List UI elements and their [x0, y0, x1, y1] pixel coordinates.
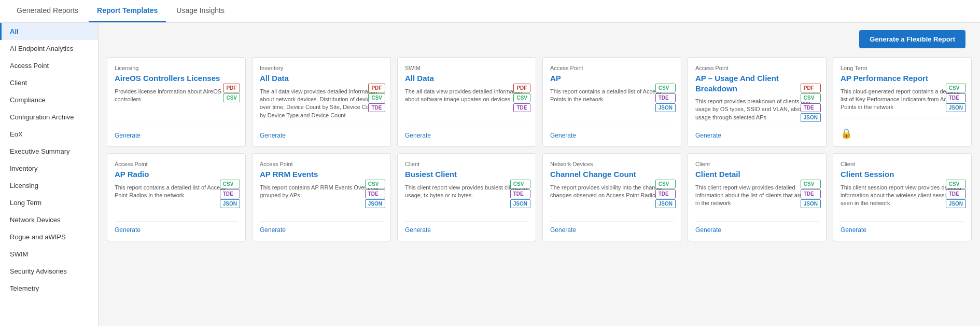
badge-json-busiest-client: JSON — [510, 199, 530, 208]
badge-pdf-swim-all-data: PDF — [513, 84, 530, 92]
card-badges-aireos-controllers-licenses: PDFCSV — [223, 84, 240, 102]
badge-json-ap-performance-report: JSON — [946, 103, 966, 112]
card-title-channel-change-count[interactable]: Channel Change Count — [550, 169, 674, 180]
card-category-ap-access-point: Access Point — [550, 65, 674, 71]
report-card-aireos-controllers-licenses: LicensingAireOS Controllers LicensesProv… — [107, 57, 246, 147]
generate-link-ap-radio[interactable]: Generate — [115, 226, 141, 234]
sidebar-item-eox[interactable]: EoX — [0, 126, 98, 143]
card-badges-ap-access-point: CSVTDEJSON — [655, 84, 676, 112]
badge-tde-swim-all-data: TDE — [513, 103, 530, 112]
generate-link-channel-change-count[interactable]: Generate — [550, 226, 576, 234]
badge-csv-ap-usage-client-breakdown: CSV — [801, 93, 821, 102]
badge-tde-client-detail: TDE — [801, 189, 821, 198]
generate-link-ap-usage-client-breakdown[interactable]: Generate — [695, 132, 721, 139]
card-category-channel-change-count: Network Devices — [550, 161, 674, 167]
badge-csv-ap-performance-report: CSV — [946, 84, 966, 92]
badge-json-client-session: JSON — [946, 199, 966, 208]
card-category-busiest-client: Client — [405, 161, 528, 167]
sidebar-item-compliance[interactable]: Compliance — [0, 91, 98, 108]
card-category-inventory-all-data: Inventory — [260, 65, 383, 71]
content-area: Generate a Flexible Report LicensingAire… — [99, 23, 980, 326]
sidebar-item-executive-summary[interactable]: Executive Summary — [0, 143, 98, 160]
tab-report-templates[interactable]: Report Templates — [89, 0, 166, 22]
sidebar-item-licensing[interactable]: Licensing — [0, 177, 98, 194]
generate-link-ap-rrm-events[interactable]: Generate — [260, 226, 286, 234]
sidebar-item-security-advisories[interactable]: Security Advisories — [0, 263, 98, 280]
card-footer-swim-all-data: Generate — [405, 127, 528, 139]
card-badges-ap-usage-client-breakdown: PDFCSVTDEJSON — [801, 84, 821, 122]
card-title-ap-radio[interactable]: AP Radio — [115, 169, 238, 180]
badge-tde-channel-change-count: TDE — [655, 189, 676, 198]
sidebar-item-network-devices[interactable]: Network Devices — [0, 211, 98, 228]
sidebar-item-telemetry[interactable]: Telemetry — [0, 280, 98, 297]
card-title-ap-rrm-events[interactable]: AP RRM Events — [260, 169, 383, 180]
badge-pdf-inventory-all-data: PDF — [368, 84, 385, 92]
card-title-busiest-client[interactable]: Busiest Client — [405, 169, 528, 180]
card-footer-busiest-client: Generate — [405, 221, 528, 234]
badge-csv-client-session: CSV — [946, 180, 966, 188]
badge-csv-inventory-all-data: CSV — [368, 93, 385, 102]
tab-generated-reports[interactable]: Generated Reports — [8, 0, 87, 22]
report-card-ap-rrm-events: Access PointAP RRM EventsThis report con… — [252, 153, 391, 241]
card-title-client-detail[interactable]: Client Detail — [695, 169, 819, 180]
badge-tde-ap-rrm-events: TDE — [365, 189, 385, 198]
sidebar-item-all[interactable]: All — [0, 23, 98, 40]
card-category-aireos-controllers-licenses: Licensing — [115, 65, 238, 71]
sidebar-item-inventory[interactable]: Inventory — [0, 160, 98, 177]
sidebar-item-rogue-awips[interactable]: Rogue and aWIPS — [0, 228, 98, 246]
badge-csv-ap-radio: CSV — [220, 180, 240, 188]
generate-link-ap-access-point[interactable]: Generate — [550, 132, 576, 139]
generate-link-client-session[interactable]: Generate — [841, 226, 866, 234]
card-footer-inventory-all-data: Generate — [260, 127, 383, 139]
card-badges-client-detail: CSVTDEJSON — [801, 180, 821, 208]
badge-json-client-detail: JSON — [801, 199, 821, 208]
generate-link-aireos-controllers-licenses[interactable]: Generate — [115, 132, 141, 139]
badge-json-ap-usage-client-breakdown: JSON — [801, 113, 821, 122]
card-badges-ap-rrm-events: CSVTDEJSON — [365, 180, 385, 208]
card-category-ap-performance-report: Long Term — [841, 65, 964, 71]
report-card-client-session: ClientClient SessionThis client session … — [833, 153, 972, 241]
sidebar-item-swim[interactable]: SWIM — [0, 246, 98, 263]
report-card-ap-access-point: Access PointAPThis report contains a det… — [542, 57, 681, 147]
generate-link-inventory-all-data[interactable]: Generate — [260, 132, 286, 139]
generate-link-busiest-client[interactable]: Generate — [405, 226, 431, 234]
generate-flexible-report-button[interactable]: Generate a Flexible Report — [859, 30, 965, 48]
badge-pdf-aireos-controllers-licenses: PDF — [223, 84, 240, 92]
tab-usage-insights[interactable]: Usage Insights — [168, 0, 233, 22]
generate-link-client-detail[interactable]: Generate — [695, 226, 721, 234]
sidebar-item-access-point[interactable]: Access Point — [0, 57, 98, 74]
card-title-inventory-all-data[interactable]: All Data — [260, 73, 383, 84]
card-footer-ap-access-point: Generate — [550, 127, 674, 139]
sidebar-item-ai-endpoint-analytics[interactable]: AI Endpoint Analytics — [0, 40, 98, 57]
sidebar-item-configuration-archive[interactable]: Configuration Archive — [0, 108, 98, 126]
report-card-ap-radio: Access PointAP RadioThis report contains… — [107, 153, 246, 241]
report-card-ap-performance-report: Long TermAP Performance ReportThis cloud… — [833, 57, 972, 147]
card-badges-ap-radio: CSVTDEJSON — [220, 180, 240, 208]
badge-tde-busiest-client: TDE — [510, 189, 530, 198]
badge-tde-ap-usage-client-breakdown: TDE — [801, 103, 821, 112]
badge-json-ap-rrm-events: JSON — [365, 199, 385, 208]
card-title-swim-all-data[interactable]: All Data — [405, 73, 528, 84]
card-footer-ap-usage-client-breakdown: Generate — [695, 127, 819, 139]
header-tabs: Generated Reports Report Templates Usage… — [0, 0, 980, 23]
card-title-client-session[interactable]: Client Session — [841, 169, 964, 180]
badge-csv-ap-rrm-events: CSV — [365, 180, 385, 188]
report-card-channel-change-count: Network DevicesChannel Change CountThe r… — [542, 153, 681, 241]
generate-link-swim-all-data[interactable]: Generate — [405, 132, 431, 139]
sidebar-item-client[interactable]: Client — [0, 74, 98, 91]
card-title-ap-performance-report[interactable]: AP Performance Report — [841, 73, 964, 84]
card-badges-ap-performance-report: CSVTDEJSON — [946, 84, 966, 112]
badge-csv-channel-change-count: CSV — [655, 180, 676, 188]
card-category-ap-rrm-events: Access Point — [260, 161, 383, 167]
card-badges-client-session: CSVTDEJSON — [946, 180, 966, 208]
card-badges-swim-all-data: PDFCSVTDE — [513, 84, 530, 112]
badge-csv-swim-all-data: CSV — [513, 93, 530, 102]
card-title-ap-access-point[interactable]: AP — [550, 73, 674, 84]
card-title-aireos-controllers-licenses[interactable]: AireOS Controllers Licenses — [115, 73, 238, 84]
card-desc-swim-all-data: The all data view provides detailed info… — [405, 88, 528, 122]
sidebar-item-long-term[interactable]: Long Term — [0, 194, 98, 211]
sidebar: AllAI Endpoint AnalyticsAccess PointClie… — [0, 23, 99, 326]
report-card-busiest-client: ClientBusiest ClientThis client report v… — [397, 153, 536, 241]
card-desc-inventory-all-data: The all data view provides detailed info… — [260, 88, 383, 122]
card-footer-channel-change-count: Generate — [550, 221, 674, 234]
